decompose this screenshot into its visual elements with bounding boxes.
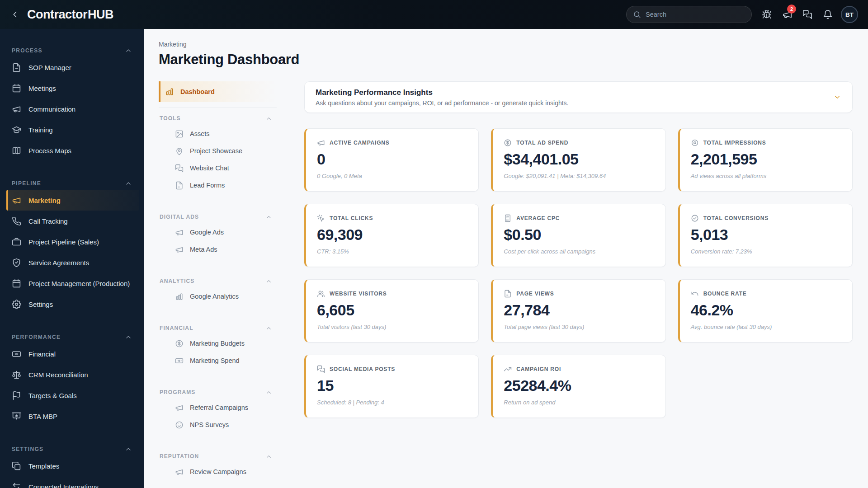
chevron-down-icon[interactable] bbox=[833, 93, 841, 101]
global-search[interactable] bbox=[626, 6, 752, 23]
sidebar-item-project-pipeline[interactable]: Project Pipeline (Sales) bbox=[0, 231, 144, 252]
kpi-label: TOTAL IMPRESSIONS bbox=[703, 140, 766, 146]
sidebar-section-header-process[interactable]: PROCESS bbox=[0, 47, 144, 54]
bug-icon bbox=[762, 9, 772, 19]
flag-icon bbox=[12, 391, 21, 400]
swap-arrows-icon bbox=[12, 482, 21, 488]
subnav-item-marketing-budgets[interactable]: Marketing Budgets bbox=[159, 335, 277, 352]
sidebar-item-label: Service Agreements bbox=[28, 259, 89, 267]
avatar[interactable]: BT bbox=[841, 6, 858, 23]
sidebar-item-sop-manager[interactable]: SOP Manager bbox=[0, 57, 144, 78]
subnav-section-header-digital-ads[interactable]: DIGITAL ADS bbox=[159, 213, 277, 221]
subnav-item-website-chat[interactable]: Website Chat bbox=[159, 160, 277, 177]
calendar-icon bbox=[12, 279, 21, 288]
kpi-value: 6,605 bbox=[317, 301, 467, 319]
notifications-button[interactable] bbox=[821, 8, 835, 21]
smiley-icon bbox=[175, 421, 184, 429]
sidebar-item-connected-integrations[interactable]: Connected Integrations bbox=[0, 476, 144, 488]
sidebar-item-label: BTA MBP bbox=[28, 413, 57, 420]
sidebar-item-call-tracking[interactable]: Call Tracking bbox=[0, 211, 144, 231]
cursor-click-icon bbox=[317, 214, 325, 222]
section-label: DIGITAL ADS bbox=[160, 214, 199, 220]
bug-report-button[interactable] bbox=[760, 8, 774, 21]
briefcase-icon bbox=[12, 237, 21, 247]
subnav-item-label: Meta Ads bbox=[190, 246, 217, 253]
sidebar-item-bta-mbp[interactable]: BTA MBP bbox=[0, 406, 144, 427]
sidebar-section-header-settings[interactable]: SETTINGS bbox=[0, 446, 144, 453]
sidebar-item-meetings[interactable]: Meetings bbox=[0, 78, 144, 99]
sidebar-item-marketing[interactable]: Marketing bbox=[6, 190, 139, 211]
chevron-up-icon bbox=[125, 47, 132, 54]
kpi-value: $0.50 bbox=[504, 226, 654, 244]
subnav-item-marketing-spend[interactable]: Marketing Spend bbox=[159, 352, 277, 369]
section-label: TOOLS bbox=[160, 115, 181, 122]
kpi-note: Total page views (last 30 days) bbox=[504, 324, 654, 330]
logo-text-primary: Contractor bbox=[27, 8, 87, 22]
kpi-value: 69,309 bbox=[317, 226, 467, 244]
subnav-item-project-showcase[interactable]: Project Showcase bbox=[159, 142, 277, 160]
notification-badge: 2 bbox=[787, 5, 796, 14]
sidebar-item-financial[interactable]: Financial bbox=[0, 343, 144, 364]
logo-text-secondary: HUB bbox=[88, 8, 113, 22]
announcements-button[interactable]: 2 bbox=[780, 8, 794, 21]
subnav-item-referral-campaigns[interactable]: Referral Campaigns bbox=[159, 399, 277, 416]
search-input[interactable] bbox=[646, 11, 736, 18]
insights-expander[interactable]: Marketing Performance Insights Ask quest… bbox=[304, 81, 853, 113]
subnav-item-dashboard[interactable]: Dashboard bbox=[159, 81, 277, 102]
sidebar-item-service-agreements[interactable]: Service Agreements bbox=[0, 252, 144, 273]
subnav-item-meta-ads[interactable]: Meta Ads bbox=[159, 241, 277, 258]
section-label: REPUTATION bbox=[160, 453, 199, 460]
subnav-item-google-ads[interactable]: Google Ads bbox=[159, 224, 277, 241]
subnav-section-financial: FINANCIAL Marketing Budgets Marketing Sp… bbox=[159, 324, 277, 369]
subnav-item-label: Review Campaigns bbox=[190, 468, 246, 475]
subnav-item-label: NPS Surveys bbox=[190, 421, 229, 428]
subnav-item-label: Dashboard bbox=[180, 88, 215, 95]
section-label: FINANCIAL bbox=[160, 325, 193, 331]
subnav-item-lead-forms[interactable]: Lead Forms bbox=[159, 177, 277, 194]
megaphone-icon bbox=[175, 468, 184, 476]
kpi-label: AVERAGE CPC bbox=[516, 215, 560, 221]
sidebar-item-process-maps[interactable]: Process Maps bbox=[0, 140, 144, 161]
presentation-chart-icon bbox=[12, 412, 21, 421]
sidebar-item-label: Financial bbox=[28, 350, 56, 358]
phone-icon bbox=[12, 216, 21, 226]
subnav-section-header-reputation[interactable]: REPUTATION bbox=[159, 452, 277, 460]
search-icon bbox=[633, 10, 641, 19]
sidebar-section-header-performance[interactable]: PERFORMANCE bbox=[0, 333, 144, 341]
sidebar-item-training[interactable]: Training bbox=[0, 119, 144, 140]
subnav-item-nps-surveys[interactable]: NPS Surveys bbox=[159, 416, 277, 433]
shield-check-icon bbox=[12, 258, 21, 267]
sidebar-item-settings[interactable]: Settings bbox=[0, 294, 144, 314]
back-button[interactable] bbox=[8, 8, 22, 21]
breadcrumb[interactable]: Marketing bbox=[159, 41, 853, 48]
sidebar-item-label: Call Tracking bbox=[28, 217, 68, 225]
sidebar-item-targets-goals[interactable]: Targets & Goals bbox=[0, 385, 144, 406]
subnav-item-review-campaigns[interactable]: Review Campaigns bbox=[159, 463, 277, 480]
chevron-up-icon bbox=[265, 214, 272, 221]
chevron-up-icon bbox=[265, 115, 272, 122]
subnav-section-header-financial[interactable]: FINANCIAL bbox=[159, 324, 277, 332]
megaphone-icon bbox=[12, 196, 21, 205]
subnav-section-header-programs[interactable]: PROGRAMS bbox=[159, 388, 277, 396]
sidebar-item-communication[interactable]: Communication bbox=[0, 99, 144, 119]
kpi-label: TOTAL AD SPEND bbox=[516, 140, 568, 146]
sidebar-section-process: PROCESS SOP Manager Meetings Communicati… bbox=[0, 47, 144, 161]
sidebar-item-crm-reconciliation[interactable]: CRM Reconciliation bbox=[0, 364, 144, 385]
sidebar-section-header-pipeline[interactable]: PIPELINE bbox=[0, 180, 144, 187]
app-logo[interactable]: ContractorHUB bbox=[27, 8, 113, 22]
kpi-label: TOTAL CLICKS bbox=[330, 215, 373, 221]
subnav-item-label: Google Ads bbox=[190, 229, 224, 236]
kpi-label: SOCIAL MEDIA POSTS bbox=[330, 366, 395, 372]
sidebar-item-project-management[interactable]: Project Management (Production) bbox=[0, 273, 144, 294]
sidebar-item-label: Marketing bbox=[28, 197, 61, 204]
subnav-section-header-tools[interactable]: TOOLS bbox=[159, 114, 277, 122]
subnav: Dashboard TOOLS Assets Project Showcase bbox=[159, 81, 277, 480]
sidebar-item-templates[interactable]: Templates bbox=[0, 455, 144, 476]
kpi-note: Total visitors (last 30 days) bbox=[317, 324, 467, 330]
sidebar-item-label: CRM Reconciliation bbox=[28, 371, 88, 379]
subnav-item-google-analytics[interactable]: Google Analytics bbox=[159, 288, 277, 305]
top-bar: ContractorHUB 2 BT bbox=[0, 0, 868, 29]
subnav-section-header-analytics[interactable]: ANALYTICS bbox=[159, 277, 277, 285]
subnav-item-assets[interactable]: Assets bbox=[159, 125, 277, 142]
messages-button[interactable] bbox=[801, 8, 814, 21]
